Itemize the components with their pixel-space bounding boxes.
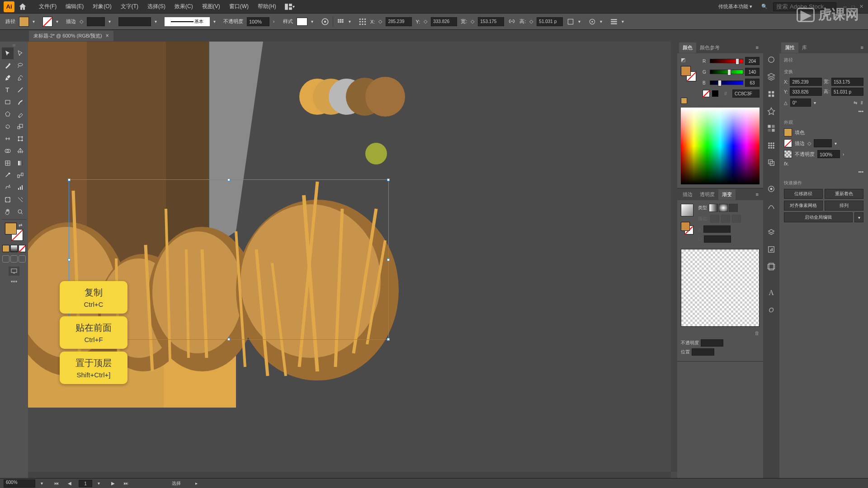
w-input[interactable] [478,17,504,26]
document-tab[interactable]: 未标题-2* @ 600% (RGB/预览) × [29,31,113,41]
menu-view[interactable]: 视图(V) [198,3,225,10]
hand-tool[interactable] [2,206,14,218]
color-mode[interactable] [2,245,9,252]
flip-v-icon[interactable]: ⥯ [860,100,863,105]
r-slider[interactable] [710,59,743,63]
props-stroke-swatch[interactable] [784,139,792,147]
menu-window[interactable]: 窗口(W) [225,3,253,10]
w-stepper[interactable]: ◇ [471,19,474,24]
recolor-button[interactable]: 重新着色 [825,189,863,199]
black-swatch-icon[interactable] [712,90,719,97]
y-stepper[interactable]: ◇ [424,19,427,24]
panel-menu-icon[interactable]: ≡ [753,45,761,50]
scale-tool[interactable] [14,121,26,132]
tab-close-icon[interactable]: × [106,33,109,39]
stroke-weight-input[interactable] [87,17,105,26]
shaper-tool[interactable] [2,108,14,120]
menu-object[interactable]: 对象(O) [88,3,116,10]
prefs-icon[interactable] [610,18,618,26]
fx-label[interactable]: fx. [784,161,789,166]
rectangle-tool[interactable] [2,96,14,108]
transform-ref-icon[interactable] [359,18,367,26]
swap-fill-stroke-icon[interactable]: ⇄ [19,223,22,228]
x-input[interactable] [386,17,412,26]
fill-swatch[interactable] [19,17,29,27]
zoom-level[interactable]: 600% [4,479,35,488]
perspective-tool[interactable] [14,145,26,157]
stroke-stepper[interactable]: ◇ [807,141,811,146]
graph-tool[interactable] [14,182,26,193]
resize-handle[interactable] [227,178,230,181]
layers-dock-icon[interactable] [767,72,776,81]
fill-color[interactable] [5,223,17,235]
arrange-dropdown[interactable]: ▾ [292,4,299,9]
draw-inside[interactable] [19,255,26,263]
props-w-input[interactable]: 153.175 [831,78,863,86]
direct-selection-tool[interactable] [14,47,26,59]
vertical-scrollbar[interactable] [671,42,677,472]
draw-behind[interactable] [10,255,18,263]
menu-select[interactable]: 选择(S) [143,3,170,10]
tab-color-guide[interactable]: 颜色参考 [696,42,723,53]
layers2-dock-icon[interactable] [767,228,776,237]
screen-mode[interactable] [9,267,19,276]
edit-toolbar[interactable]: ••• [2,278,26,285]
props-opacity-input[interactable]: 100% [817,150,840,158]
prev-artboard-icon[interactable]: ◀ [66,481,73,486]
menu-effect[interactable]: 效果(C) [170,3,198,10]
vw-dropdown[interactable]: ▾ [155,19,161,24]
flip-h-icon[interactable]: ⇋ [854,100,857,105]
fill-active-icon[interactable]: ◩ [681,57,687,63]
link-wh-icon[interactable] [508,18,516,26]
mesh-tool[interactable] [2,157,14,169]
delete-stop-icon[interactable]: 🗑 [755,330,760,336]
linear-gradient-btn[interactable] [709,204,718,212]
brushes-dock-icon[interactable] [767,89,776,99]
curvature-tool[interactable] [14,72,26,84]
recolor-icon[interactable] [321,18,329,26]
more-options-icon[interactable]: ••• [858,108,863,114]
graphic-styles-dock-icon[interactable] [767,202,776,211]
resize-handle[interactable] [68,258,71,261]
artboard-number[interactable]: 1 [79,480,92,487]
brush-dropdown[interactable]: ▾ [213,19,220,24]
gradient-tool[interactable] [14,157,26,169]
app-logo[interactable]: Ai [4,1,14,12]
eraser-tool[interactable] [14,108,26,120]
align-pixel-grid-button[interactable]: 对齐像素网格 [784,201,823,211]
props-angle-input[interactable]: 0° [790,99,811,107]
stroke-swatch[interactable] [42,17,52,27]
type-tool[interactable]: T [2,84,14,96]
paintbrush-tool[interactable] [14,96,26,108]
color-spectrum[interactable] [681,108,760,184]
opacity-dropdown[interactable]: › [273,19,279,24]
tab-gradient[interactable]: 渐变 [718,189,736,200]
resize-handle[interactable] [387,338,390,341]
gradient-preview-swatch[interactable] [681,204,693,216]
props-h-input[interactable]: 51.031 p [831,88,863,96]
zoom-tool[interactable] [14,206,26,218]
menu-type[interactable]: 文字(T) [116,3,143,10]
resize-handle[interactable] [387,258,390,261]
style-swatch[interactable] [297,18,307,26]
properties-dock-icon[interactable] [767,55,776,64]
selection-tool[interactable] [2,47,14,59]
swatch-icon[interactable] [681,98,687,104]
tab-stroke[interactable]: 描边 [679,189,696,200]
asset-export-dock-icon[interactable] [767,245,776,254]
h-stepper[interactable]: ◇ [529,19,533,24]
tab-transparency[interactable]: 透明度 [696,189,718,200]
next-artboard-icon[interactable]: ▶ [109,481,117,486]
brush-definition[interactable]: 基本 [165,17,210,26]
h-input[interactable] [537,17,563,26]
horizontal-scrollbar[interactable] [28,472,671,478]
props-stroke-weight[interactable] [814,139,832,147]
global-edit-button[interactable]: 启动全局编辑 [784,212,853,222]
resize-handle[interactable] [68,178,71,181]
resize-handle[interactable] [387,178,390,181]
stroke-stepper-down[interactable]: ◇ [80,19,83,24]
workspace-switcher[interactable]: 传统基本功能 ▾ [715,2,756,11]
artboards-dock-icon[interactable] [767,262,776,271]
offset-path-button[interactable]: 位移路径 [784,189,823,199]
artboard-tool[interactable] [2,194,14,206]
